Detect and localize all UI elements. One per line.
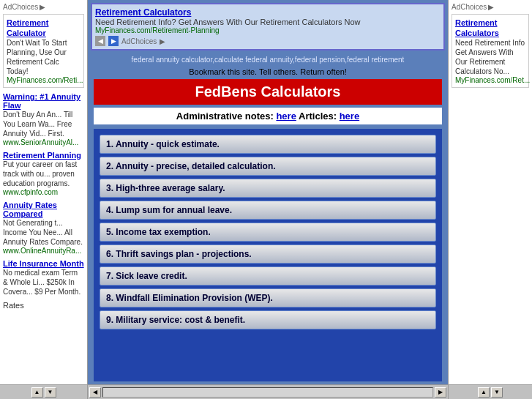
calc-item-7[interactable]: 7. Sick leave credit. <box>100 266 436 286</box>
left-ad-block: Retirement Calculator Don't Wait To Star… <box>3 14 84 88</box>
right-ad-choices-icon: ▶ <box>488 3 494 11</box>
right-ad-title[interactable]: Retirement Calculators <box>455 18 499 37</box>
calc-item-9[interactable]: 9. Military service: cost & benefit. <box>100 310 436 329</box>
sidebar-item-annuity-flaw: Warning: #1 Annuity Flaw Don't Buy An An… <box>3 92 84 146</box>
tags-line: federal annuity calculator,calculate fed… <box>88 53 448 66</box>
right-sidebar-scrollbar: ▲ ▼ <box>449 384 532 399</box>
right-sidebar: AdChoices ▶ Retirement Calculators Need … <box>448 0 532 399</box>
admin-notes-label: Administrative notes: <box>176 111 274 122</box>
right-ad-link[interactable]: MyFinances.com/Ret... <box>455 76 525 84</box>
top-ad: Retirement Calculators Need Retirement I… <box>91 3 445 51</box>
right-ad-text: Need Retirement Info Get Answers With Ou… <box>455 38 525 76</box>
calc-item-2[interactable]: 2. Annuity - precise, detailed calculati… <box>100 157 436 176</box>
rates-label: Rates <box>3 301 84 310</box>
main-content: Retirement Calculators Need Retirement I… <box>88 0 448 399</box>
life-insurance-link[interactable]: Life Insurance Month <box>3 259 84 268</box>
right-scroll-down[interactable]: ▼ <box>491 387 503 398</box>
main-scroll-right[interactable]: ▶ <box>435 387 446 398</box>
left-scroll-down[interactable]: ▼ <box>45 387 56 398</box>
top-ad-choices-icon: ▶ <box>160 37 165 45</box>
annuity-flaw-text: Don't Buy An An... Till You Learn Wa... … <box>3 110 84 138</box>
right-sidebar-content: AdChoices ▶ Retirement Calculators Need … <box>449 0 532 384</box>
top-ad-link[interactable]: MyFinances.com/Retirement-Planning <box>95 26 441 34</box>
right-ad-choices-label: AdChoices <box>452 3 487 11</box>
main-scrollbar-track[interactable] <box>102 387 433 398</box>
main-scrollbar: ◀ ▶ <box>88 384 448 399</box>
left-ad-choices-icon: ▶ <box>40 3 45 11</box>
admin-notes-bar: Administrative notes: here Articles: her… <box>94 108 442 124</box>
retirement-planning-text: Put your career on fast track with ou...… <box>3 160 84 188</box>
calc-item-1[interactable]: 1. Annuity - quick estimate. <box>100 135 436 154</box>
left-ad-choices-label: AdChoices <box>3 3 38 11</box>
calc-list: 1. Annuity - quick estimate.2. Annuity -… <box>100 135 436 329</box>
main-title: FedBens Calculators <box>195 83 341 100</box>
top-ad-text: Need Retirement Info? Get Answers With O… <box>95 18 441 26</box>
main-title-bar: FedBens Calculators <box>94 79 442 105</box>
left-sidebar-content: AdChoices ▶ Retirement Calculator Don't … <box>0 0 87 384</box>
bookmark-line: Bookmark this site. Tell others. Return … <box>88 66 448 78</box>
left-ad-title[interactable]: Retirement Calculator <box>7 18 48 37</box>
articles-label: Articles: <box>299 111 337 122</box>
top-ad-title[interactable]: Retirement Calculators <box>95 7 441 18</box>
annuity-rates-text: Not Generating t... Income You Nee... Al… <box>3 218 84 247</box>
life-insurance-text: No medical exam Term & Whole Li... $250k… <box>3 268 84 297</box>
ad-arrow-right[interactable]: ▶ <box>108 36 119 46</box>
right-ad-block: Retirement Calculators Need Retirement I… <box>452 14 529 88</box>
left-sidebar-scrollbar: ▲ ▼ <box>0 384 87 399</box>
calc-item-6[interactable]: 6. Thrift savings plan - projections. <box>100 245 436 264</box>
calc-item-3[interactable]: 3. High-three average salary. <box>100 179 436 198</box>
ad-arrow-left[interactable]: ◀ <box>95 36 105 46</box>
top-ad-choices-label: AdChoices <box>121 37 157 45</box>
admin-notes-here2[interactable]: here <box>340 111 359 122</box>
sidebar-item-annuity-rates: Annuity Rates Compared Not Generating t.… <box>3 201 84 255</box>
top-ad-choices-bar: ◀ ▶ AdChoices ▶ <box>95 36 441 46</box>
right-ad-choices-bar: AdChoices ▶ <box>452 3 529 11</box>
retirement-planning-link[interactable]: Retirement Planning <box>3 151 84 160</box>
left-sidebar: AdChoices ▶ Retirement Calculator Don't … <box>0 0 88 399</box>
main-scroll-left[interactable]: ◀ <box>89 387 101 398</box>
left-ad-text: Don't Wait To Start Planning, Use Our Re… <box>7 38 80 76</box>
left-ad-choices-bar: AdChoices ▶ <box>3 3 84 11</box>
annuity-flaw-link[interactable]: Warning: #1 Annuity Flaw <box>3 92 84 110</box>
annuity-flaw-source: www.SeniorAnnuityAl... <box>3 138 84 146</box>
calc-item-5[interactable]: 5. Income tax exemption. <box>100 223 436 242</box>
annuity-rates-source: www.OnlineAnnuityRa... <box>3 247 84 255</box>
right-scroll-up[interactable]: ▲ <box>478 387 490 398</box>
calc-item-8[interactable]: 8. Windfall Elimination Provision (WEP). <box>100 288 436 307</box>
retirement-planning-source: www.cfpinfo.com <box>3 188 84 196</box>
left-ad-link[interactable]: MyFinances.com/Reti... <box>7 76 80 84</box>
calc-container: 1. Annuity - quick estimate.2. Annuity -… <box>94 129 442 381</box>
admin-notes-here1[interactable]: here <box>276 111 296 122</box>
sidebar-item-retirement-planning: Retirement Planning Put your career on f… <box>3 151 84 196</box>
annuity-rates-link[interactable]: Annuity Rates Compared <box>3 201 84 218</box>
left-scroll-up[interactable]: ▲ <box>31 387 43 398</box>
sidebar-item-life-insurance: Life Insurance Month No medical exam Ter… <box>3 259 84 297</box>
calc-item-4[interactable]: 4. Lump sum for annual leave. <box>100 201 436 220</box>
